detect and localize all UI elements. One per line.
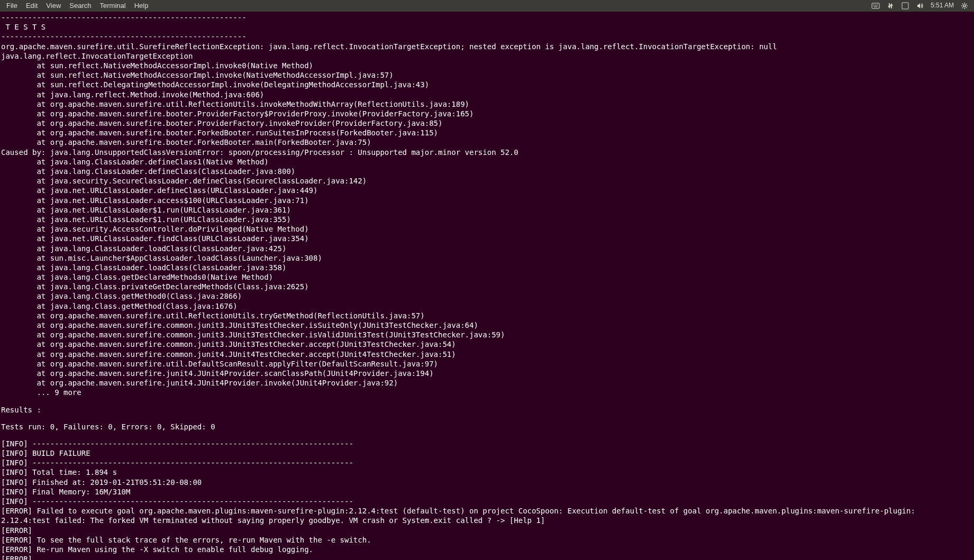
terminal-line: [INFO] Total time: 1.894 s: [1, 467, 973, 477]
terminal-line: at java.lang.reflect.Method.invoke(Metho…: [1, 90, 973, 99]
terminal-line: [INFO] ---------------------------------…: [1, 497, 973, 506]
terminal-line: at java.net.URLClassLoader.defineClass(U…: [1, 186, 973, 195]
menu-help[interactable]: Help: [130, 1, 153, 12]
terminal-line: at org.apache.maven.surefire.junit4.JUni…: [1, 369, 973, 378]
terminal-line: [1, 398, 973, 405]
terminal-line: 2.12.4:test failed: The forked VM termin…: [1, 516, 973, 525]
terminal-line: at org.apache.maven.surefire.booter.Prov…: [1, 118, 973, 128]
menu-terminal[interactable]: Terminal: [96, 1, 130, 12]
terminal-line: [INFO] ---------------------------------…: [1, 458, 973, 467]
svg-rect-12: [902, 3, 908, 9]
menu-edit[interactable]: Edit: [22, 1, 42, 12]
network-icon[interactable]: [886, 2, 895, 10]
terminal-line: at sun.reflect.DelegatingMethodAccessorI…: [1, 80, 973, 89]
terminal-line: at java.lang.Class.getMethod0(Class.java…: [1, 291, 973, 301]
menubar-left: File Edit View Search Terminal Help: [2, 1, 152, 12]
terminal-line: T E S T S: [1, 22, 973, 32]
terminal-line: [INFO] BUILD FAILURE: [1, 448, 973, 458]
terminal-output[interactable]: ----------------------------------------…: [0, 12, 974, 560]
terminal-line: at org.apache.maven.surefire.util.Reflec…: [1, 311, 973, 320]
terminal-line: at sun.reflect.NativeMethodAccessorImpl.…: [1, 61, 973, 70]
terminal-line: at org.apache.maven.surefire.booter.Fork…: [1, 137, 973, 147]
menubar-right: 5:51 AM: [871, 2, 972, 10]
terminal-line: ----------------------------------------…: [1, 32, 973, 41]
terminal-line: at java.lang.Class.getDeclaredMethods0(N…: [1, 272, 973, 282]
terminal-line: at java.lang.ClassLoader.loadClass(Class…: [1, 263, 973, 272]
terminal-line: at sun.reflect.NativeMethodAccessorImpl.…: [1, 70, 973, 80]
terminal-line: at java.lang.ClassLoader.loadClass(Class…: [1, 244, 973, 253]
terminal-line: at org.apache.maven.surefire.common.juni…: [1, 330, 973, 339]
terminal-line: [INFO] Final Memory: 16M/310M: [1, 487, 973, 497]
language-indicator-icon[interactable]: [901, 2, 909, 10]
terminal-line: ... 9 more: [1, 388, 973, 397]
terminal-line: at java.net.URLClassLoader$1.run(URLClas…: [1, 215, 973, 224]
terminal-line: org.apache.maven.surefire.util.SurefireR…: [1, 42, 973, 51]
terminal-line: at java.security.AccessController.doPriv…: [1, 224, 973, 234]
terminal-line: Tests run: 0, Failures: 0, Errors: 0, Sk…: [1, 422, 973, 432]
terminal-line: at org.apache.maven.surefire.booter.Prov…: [1, 109, 973, 118]
terminal-line: at org.apache.maven.surefire.booter.Fork…: [1, 128, 973, 137]
terminal-line: java.lang.reflect.InvocationTargetExcept…: [1, 51, 973, 61]
terminal-line: at org.apache.maven.surefire.util.Defaul…: [1, 359, 973, 369]
terminal-line: at java.net.URLClassLoader.findClass(URL…: [1, 234, 973, 243]
terminal-line: Results :: [1, 405, 973, 415]
terminal-line: [ERROR]: [1, 554, 973, 560]
terminal-line: at org.apache.maven.surefire.util.Reflec…: [1, 99, 973, 109]
terminal-line: ----------------------------------------…: [1, 13, 973, 22]
terminal-line: at java.security.SecureClassLoader.defin…: [1, 176, 973, 186]
terminal-line: at java.lang.Class.privateGetDeclaredMet…: [1, 282, 973, 291]
terminal-line: at sun.misc.Launcher$AppClassLoader.load…: [1, 253, 973, 263]
volume-icon[interactable]: [916, 2, 924, 10]
terminal-line: at org.apache.maven.surefire.common.juni…: [1, 339, 973, 349]
terminal-line: Caused by: java.lang.UnsupportedClassVer…: [1, 148, 973, 157]
keyboard-icon[interactable]: [871, 2, 880, 10]
terminal-line: at java.net.URLClassLoader.access$100(UR…: [1, 196, 973, 205]
terminal-line: at org.apache.maven.surefire.common.juni…: [1, 320, 973, 330]
terminal-line: at java.lang.ClassLoader.defineClass(Cla…: [1, 167, 973, 176]
terminal-line: [1, 432, 973, 439]
terminal-line: at java.net.URLClassLoader$1.run(URLClas…: [1, 205, 973, 215]
terminal-line: [ERROR] Failed to execute goal org.apach…: [1, 506, 973, 516]
menubar: File Edit View Search Terminal Help: [0, 0, 974, 12]
terminal-line: at java.lang.ClassLoader.defineClass1(Na…: [1, 157, 973, 167]
terminal-line: at org.apache.maven.surefire.common.juni…: [1, 350, 973, 359]
terminal-line: [ERROR] To see the full stack trace of t…: [1, 535, 973, 545]
terminal-line: at org.apache.maven.surefire.junit4.JUni…: [1, 378, 973, 388]
menu-view[interactable]: View: [42, 1, 65, 12]
terminal-line: [INFO] Finished at: 2019-01-21T05:51:20-…: [1, 478, 973, 487]
terminal-line: [INFO] ---------------------------------…: [1, 439, 973, 448]
session-gear-icon[interactable]: [960, 2, 969, 10]
menu-file[interactable]: File: [2, 1, 22, 12]
svg-point-13: [963, 5, 966, 7]
terminal-line: [1, 415, 973, 422]
clock[interactable]: 5:51 AM: [931, 2, 954, 10]
terminal-line: [ERROR] Re-run Maven using the -X switch…: [1, 545, 973, 554]
terminal-line: at java.lang.Class.getMethod(Class.java:…: [1, 301, 973, 311]
menu-search[interactable]: Search: [65, 1, 95, 12]
terminal-line: [ERROR]: [1, 526, 973, 535]
